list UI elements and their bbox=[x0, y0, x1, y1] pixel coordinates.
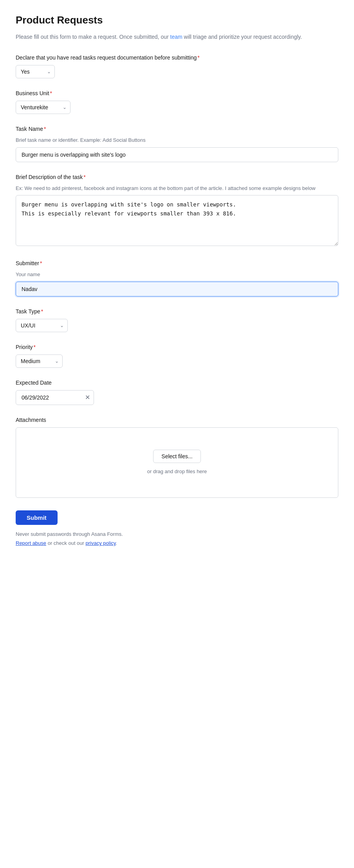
declare-group: Declare that you have read tasks request… bbox=[16, 54, 338, 78]
attachments-group: Attachments Select files... or drag and … bbox=[16, 416, 338, 498]
footer-section: Submit Never submit passwords through As… bbox=[16, 510, 338, 547]
select-files-button[interactable]: Select files... bbox=[153, 450, 200, 463]
footer-period: . bbox=[116, 540, 117, 546]
expected-date-input[interactable] bbox=[16, 390, 94, 405]
expected-date-group: Expected Date ✕ bbox=[16, 379, 338, 405]
page-container: Product Requests Please fill out this fo… bbox=[0, 0, 354, 571]
page-title: Product Requests bbox=[16, 13, 338, 28]
task-name-group: Task Name* Brief task name or identifier… bbox=[16, 125, 338, 162]
business-unit-group: Business Unit* Venturekite Other ⌄ bbox=[16, 89, 338, 114]
declare-select[interactable]: Yes No bbox=[16, 65, 55, 78]
team-link[interactable]: team bbox=[170, 34, 182, 40]
attachments-dropzone[interactable]: Select files... or drag and drop files h… bbox=[16, 427, 338, 498]
declare-select-wrapper: Yes No ⌄ bbox=[16, 65, 55, 78]
page-subtitle: Please fill out this form to make a requ… bbox=[16, 33, 338, 41]
product-request-form: Declare that you have read tasks request… bbox=[16, 54, 338, 547]
priority-label: Priority* bbox=[16, 343, 338, 351]
business-unit-select[interactable]: Venturekite Other bbox=[16, 101, 70, 114]
date-input-wrapper: ✕ bbox=[16, 390, 94, 405]
submitter-group: Submitter* Your name bbox=[16, 259, 338, 297]
task-name-hint: Brief task name or identifier. Example: … bbox=[16, 136, 338, 144]
task-type-required-star: * bbox=[41, 308, 43, 315]
task-name-required-star: * bbox=[44, 126, 46, 132]
drag-drop-text: or drag and drop files here bbox=[147, 468, 207, 476]
footer-or-text: or check out our bbox=[46, 540, 85, 546]
submitter-hint: Your name bbox=[16, 271, 338, 278]
expected-date-label: Expected Date bbox=[16, 379, 338, 387]
brief-desc-required-star: * bbox=[83, 174, 85, 180]
attachments-label: Attachments bbox=[16, 416, 338, 424]
declare-required-star: * bbox=[197, 54, 199, 61]
privacy-policy-link[interactable]: privacy policy bbox=[86, 540, 116, 546]
task-type-group: Task Type* UX/UI Development Content Oth… bbox=[16, 307, 338, 332]
priority-select[interactable]: Low Medium High Critical bbox=[16, 354, 63, 368]
submitter-input[interactable] bbox=[16, 282, 338, 297]
task-name-label: Task Name* bbox=[16, 125, 338, 133]
brief-desc-hint: Ex: We need to add pinterest, facebook a… bbox=[16, 184, 338, 192]
report-abuse-link[interactable]: Report abuse bbox=[16, 540, 46, 546]
task-name-input[interactable] bbox=[16, 147, 338, 162]
submitter-required-star: * bbox=[40, 260, 42, 266]
submitter-label: Submitter* bbox=[16, 259, 338, 268]
business-unit-required-star: * bbox=[50, 90, 52, 96]
date-clear-button[interactable]: ✕ bbox=[85, 394, 90, 401]
brief-desc-group: Brief Description of the task* Ex: We ne… bbox=[16, 173, 338, 249]
brief-desc-textarea[interactable]: Burger menu is overlapping with site's l… bbox=[16, 195, 338, 246]
priority-required-star: * bbox=[34, 344, 36, 350]
footer-links-text: Report abuse or check out our privacy po… bbox=[16, 539, 338, 547]
brief-desc-label: Brief Description of the task* bbox=[16, 173, 338, 181]
business-unit-label: Business Unit* bbox=[16, 89, 338, 98]
task-type-select[interactable]: UX/UI Development Content Other bbox=[16, 319, 68, 332]
task-type-label: Task Type* bbox=[16, 307, 338, 316]
submit-button[interactable]: Submit bbox=[16, 510, 58, 525]
task-type-select-wrapper: UX/UI Development Content Other ⌄ bbox=[16, 319, 68, 332]
business-unit-select-wrapper: Venturekite Other ⌄ bbox=[16, 101, 70, 114]
priority-group: Priority* Low Medium High Critical ⌄ bbox=[16, 343, 338, 368]
priority-select-wrapper: Low Medium High Critical ⌄ bbox=[16, 354, 63, 368]
footer-warning-text: Never submit passwords through Asana For… bbox=[16, 530, 338, 538]
declare-label: Declare that you have read tasks request… bbox=[16, 54, 338, 62]
